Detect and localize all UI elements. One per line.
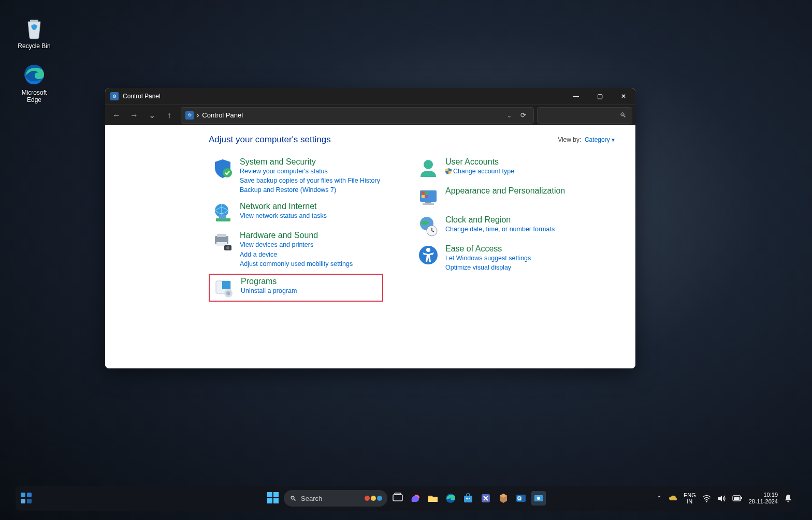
breadcrumb-item[interactable]: Control Panel (202, 111, 243, 119)
taskbar-app-store[interactable] (461, 491, 475, 506)
category-title[interactable]: User Accounts (445, 157, 514, 167)
svg-rect-30 (27, 499, 32, 503)
taskbar-app-generic-1[interactable] (479, 491, 493, 506)
category-title[interactable]: Appearance and Personalization (445, 186, 565, 196)
taskbar-app-explorer[interactable] (426, 491, 440, 506)
recycle-bin-icon (22, 16, 47, 40)
titlebar[interactable]: ⚙ Control Panel — ▢ ✕ (105, 88, 635, 105)
minimize-button[interactable]: — (564, 88, 588, 105)
language-indicator[interactable]: ENGIN (684, 492, 696, 504)
category-title[interactable]: Network and Internet (240, 202, 327, 211)
desktop-icon-recycle-bin[interactable]: Recycle Bin (15, 16, 54, 50)
navbar: ← → ⌄ ↑ ⚙ › Control Panel ⌄ ⟳ 🔍︎ (105, 105, 635, 125)
user-icon (417, 157, 439, 179)
category-appearance-personalization: Appearance and Personalization (414, 184, 568, 210)
svg-rect-34 (273, 498, 279, 503)
maximize-button[interactable]: ▢ (588, 88, 612, 105)
globe-network-icon (212, 202, 234, 224)
svg-rect-22 (423, 203, 434, 205)
search-decoration-icon (365, 496, 382, 501)
search-icon: 🔍︎ (620, 111, 627, 119)
recent-locations-button[interactable]: ⌄ (143, 107, 160, 124)
category-column-left: System and Security Review your computer… (209, 155, 383, 302)
start-button[interactable] (266, 491, 281, 506)
up-button[interactable]: ↑ (161, 107, 178, 124)
svg-rect-20 (425, 195, 428, 198)
tray-onedrive-icon[interactable] (668, 494, 677, 503)
svg-point-14 (226, 291, 230, 295)
taskbar-app-generic-2[interactable] (496, 491, 511, 506)
svg-rect-41 (469, 498, 470, 499)
control-panel-window: ⚙ Control Panel — ▢ ✕ ← → ⌄ ↑ ⚙ › Contro… (105, 88, 635, 368)
category-link[interactable]: View network status and tasks (240, 211, 327, 220)
svg-rect-29 (21, 499, 25, 503)
control-panel-icon: ⚙ (110, 92, 119, 100)
category-title[interactable]: Ease of Access (445, 244, 531, 254)
search-placeholder: Search (301, 495, 322, 502)
category-link[interactable]: Adjust commonly used mobility settings (240, 259, 353, 269)
taskbar-app-control-panel-active[interactable] (531, 491, 546, 506)
category-link[interactable]: Let Windows suggest settings (445, 254, 531, 263)
desktop-icon-edge[interactable]: Microsoft Edge (15, 62, 54, 103)
category-link[interactable]: Uninstall a program (241, 286, 297, 295)
view-by-selector[interactable]: View by: Category ▾ (558, 136, 615, 143)
taskbar-search[interactable]: 🔍︎ Search (284, 490, 387, 507)
category-link[interactable]: Backup and Restore (Windows 7) (240, 185, 380, 195)
printer-camera-icon (212, 231, 234, 252)
category-title[interactable]: Programs (241, 277, 297, 286)
close-button[interactable]: ✕ (612, 88, 635, 105)
category-title[interactable]: Hardware and Sound (240, 231, 353, 240)
forward-button[interactable]: → (126, 107, 142, 124)
svg-rect-21 (425, 202, 431, 203)
accessibility-icon (417, 244, 439, 266)
taskbar-app-outlook[interactable] (514, 491, 528, 506)
refresh-button[interactable]: ⟳ (517, 109, 529, 121)
wifi-icon[interactable] (702, 494, 711, 503)
svg-rect-7 (217, 234, 226, 237)
search-box[interactable]: 🔍︎ (537, 107, 632, 124)
category-user-accounts: User Accounts Change account type (414, 155, 568, 181)
taskbar-app-edge[interactable] (443, 491, 458, 506)
category-link[interactable]: View devices and printers (240, 240, 353, 249)
svg-rect-50 (741, 497, 742, 499)
category-link[interactable]: Review your computer's status (240, 167, 380, 176)
svg-point-15 (424, 160, 433, 169)
category-link[interactable]: Change account type (445, 167, 514, 176)
address-bar[interactable]: ⚙ › Control Panel ⌄ ⟳ (181, 107, 534, 124)
taskbar: 🔍︎ Search ⌃ ENGIN 10:1928-11-2024 (16, 486, 796, 511)
svg-point-10 (226, 246, 229, 249)
category-hardware-sound: Hardware and Sound View devices and prin… (209, 229, 383, 270)
notifications-button[interactable] (784, 494, 792, 503)
back-button[interactable]: ← (108, 107, 125, 124)
svg-point-47 (537, 497, 540, 500)
svg-rect-28 (27, 493, 32, 497)
volume-icon[interactable] (717, 494, 726, 503)
clock-globe-icon (417, 215, 439, 237)
svg-rect-37 (428, 497, 438, 502)
category-title[interactable]: Clock and Region (445, 215, 555, 225)
svg-rect-51 (734, 497, 740, 500)
taskbar-app-copilot[interactable] (408, 491, 423, 506)
task-view-button[interactable] (390, 491, 405, 506)
edge-icon (22, 62, 47, 87)
category-ease-of-access: Ease of Access Let Windows suggest setti… (414, 242, 568, 274)
svg-rect-12 (222, 281, 230, 289)
page-title: Adjust your computer's settings (209, 135, 331, 145)
widgets-button[interactable] (20, 492, 33, 505)
shield-icon (212, 157, 234, 179)
category-link[interactable]: Save backup copies of your files with Fi… (240, 176, 380, 185)
svg-rect-40 (466, 498, 468, 499)
category-link[interactable]: Add a device (240, 250, 353, 259)
tray-overflow-button[interactable]: ⌃ (657, 495, 662, 502)
category-link[interactable]: Change date, time, or number formats (445, 225, 555, 234)
svg-point-48 (706, 501, 707, 502)
battery-icon[interactable] (732, 495, 743, 501)
category-title[interactable]: System and Security (240, 157, 380, 167)
clock[interactable]: 10:1928-11-2024 (749, 492, 778, 504)
category-programs: Programs Uninstall a program (209, 274, 383, 302)
chevron-down-icon[interactable]: ⌄ (504, 109, 514, 121)
category-column-right: User Accounts Change account type Appear… (414, 155, 568, 302)
svg-rect-33 (267, 498, 272, 503)
svg-rect-35 (393, 495, 402, 501)
category-link[interactable]: Optimize visual display (445, 263, 531, 272)
